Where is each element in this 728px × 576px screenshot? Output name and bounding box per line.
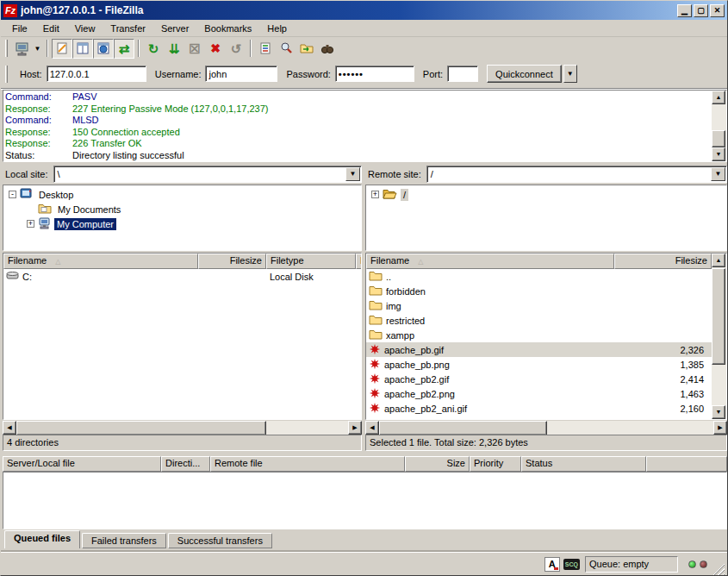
remote-vertical-scrollbar[interactable]: ▲ ▼ [712,254,726,419]
chevron-down-icon[interactable]: ▼ [345,167,360,181]
port-input[interactable] [447,66,478,82]
log-line-label: Response: [5,127,72,139]
menu-transfer[interactable]: Transfer [103,22,153,35]
column-header-filetype[interactable]: Filetype [266,254,356,269]
close-button[interactable]: ✕ [710,4,725,17]
remote-site-combobox[interactable]: / ▼ [426,166,727,183]
log-line-label: Response: [5,103,72,116]
scroll-thumb[interactable] [712,268,725,365]
column-header-filesize[interactable]: Filesize [614,254,712,269]
tree-item-desktop[interactable]: - Desktop [3,187,361,202]
app-icon: Fz [3,4,17,17]
menu-edit[interactable]: Edit [35,22,67,35]
column-header-filename[interactable]: Filename△ [366,254,614,269]
remote-file-row[interactable]: xampp [366,328,712,342]
toggle-local-tree-button[interactable] [72,39,93,59]
remote-file-row[interactable]: .. [366,269,712,284]
toggle-message-log-button[interactable] [52,39,72,59]
remote-file-row[interactable]: restricted [366,313,712,328]
log-scrollbar[interactable]: ▲ ▼ [712,91,726,161]
scroll-thumb[interactable] [379,421,547,435]
toggle-remote-tree-button[interactable] [93,39,114,59]
local-site-combobox[interactable]: \ ▼ [53,166,362,183]
tree-item-my-computer[interactable]: + My Computer [3,216,361,231]
column-header-filesize[interactable]: Filesize [198,254,266,269]
find-files-button[interactable] [317,39,338,59]
directory-comparison-button[interactable] [276,39,296,59]
site-manager-dropdown[interactable]: ▼ [32,39,43,59]
menu-file[interactable]: File [4,22,35,35]
cancel-operation-button[interactable]: ☒ [184,39,205,59]
reconnect-button[interactable]: ↺ [226,39,246,59]
host-input[interactable] [47,66,146,82]
site-manager-button[interactable] [11,39,32,59]
speed-limit-badge-icon[interactable]: SCQ [563,559,580,570]
remote-file-row[interactable]: apache_pb2.gif 2,414 [366,372,712,386]
menu-server[interactable]: Server [153,22,196,35]
tab-queued-files[interactable]: Queued files [4,530,80,548]
process-queue-button[interactable]: ⇊ [164,39,184,59]
disconnect-button[interactable]: ✖ [205,39,226,59]
quickconnect-dropdown[interactable]: ▼ [563,65,577,83]
remote-file-row[interactable]: apache_pb.png 1,385 [366,357,712,372]
queue-list[interactable] [3,472,727,529]
scroll-left-button[interactable]: ◀ [3,421,16,435]
local-horizontal-scrollbar[interactable]: ◀ ▶ [3,421,362,435]
remote-file-row-selected[interactable]: apache_pb.gif 2,326 [366,342,712,357]
log-line-text: 227 Entering Passive Mode (127,0,0,1,17,… [72,103,268,116]
maximize-button[interactable]: ▢ [694,4,708,17]
scroll-up-button[interactable]: ▲ [712,254,725,267]
tree-item-root[interactable]: + / [366,187,726,202]
remote-file-row[interactable]: forbidden [366,284,712,298]
scroll-thumb[interactable] [16,421,266,435]
local-file-row-c-drive[interactable]: C: Local Disk [3,269,361,284]
local-file-list[interactable]: Filename△ Filesize Filetype L C: Local D… [3,253,362,420]
scroll-down-button[interactable]: ▼ [712,147,725,161]
remote-file-list[interactable]: Filename△ Filesize .. forbidden img rest… [365,253,727,420]
menu-view[interactable]: View [67,22,103,35]
file-name: apache_pb.gif [384,345,444,355]
remote-file-row[interactable]: apache_pb2_ani.gif 2,160 [366,401,712,416]
tab-failed-transfers[interactable]: Failed transfers [82,533,166,548]
column-header-filename[interactable]: Filename△ [3,254,198,269]
tab-successful-transfers[interactable]: Successful transfers [168,533,272,548]
column-header-server-local-file[interactable]: Server/Local file [3,456,161,472]
remote-file-row[interactable]: apache_pb2.png 1,463 [366,386,712,401]
remote-tree[interactable]: + / [365,185,727,251]
menu-help[interactable]: Help [259,22,295,35]
menu-bookmarks[interactable]: Bookmarks [196,22,259,35]
remote-horizontal-scrollbar[interactable]: ◀ ▶ [365,421,727,435]
column-header-priority[interactable]: Priority [470,456,521,472]
local-tree[interactable]: - Desktop My Documents + My Computer [3,185,362,251]
column-header-status[interactable]: Status [521,456,646,472]
scroll-right-button[interactable]: ▶ [713,421,727,435]
tree-item-my-documents[interactable]: My Documents [3,202,361,216]
column-header-last-modified[interactable]: L [356,254,361,269]
chevron-down-icon[interactable]: ▼ [711,167,725,181]
remote-file-row[interactable]: img [366,298,712,313]
column-header-remote-file[interactable]: Remote file [210,456,405,472]
quickconnect-button[interactable]: Quickconnect [487,65,562,83]
minimize-button[interactable]: ▁ [677,4,692,17]
filter-button[interactable] [255,39,276,59]
synchronized-browsing-button[interactable] [296,39,317,59]
scroll-right-button[interactable]: ▶ [348,421,362,435]
scroll-thumb[interactable] [712,130,725,147]
queue-status-text: Queue: empty [585,556,678,573]
scroll-up-button[interactable]: ▲ [712,91,725,104]
message-log[interactable]: Command:PASV Response:227 Entering Passi… [3,90,727,162]
collapse-icon[interactable]: - [9,191,16,198]
username-input[interactable] [205,66,277,82]
column-header-direction[interactable]: Directi... [161,456,210,472]
resize-grip[interactable] [712,563,725,575]
scroll-down-button[interactable]: ▼ [712,405,725,419]
toggle-queue-button[interactable]: ⇄ [114,39,134,59]
column-header-size[interactable]: Size [405,456,470,472]
expand-icon[interactable]: + [371,191,379,198]
file-name: C: [22,272,32,282]
scroll-left-button[interactable]: ◀ [365,421,379,435]
transfer-type-indicator-icon[interactable]: A [544,557,560,572]
expand-icon[interactable]: + [27,220,34,228]
password-input[interactable] [335,66,414,82]
refresh-button[interactable]: ↻ [143,39,164,59]
